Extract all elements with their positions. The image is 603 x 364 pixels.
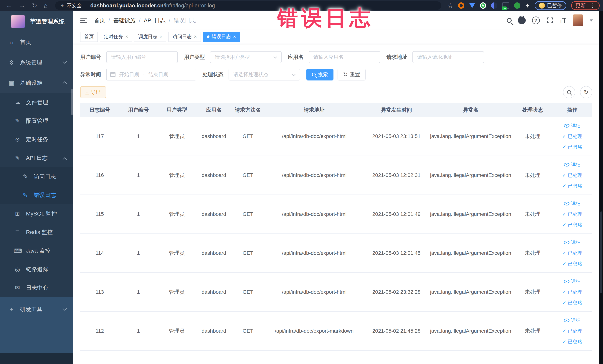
- extension-orange-icon[interactable]: [458, 2, 464, 9]
- extension-on-badge-icon[interactable]: [502, 2, 509, 9]
- app-name-label: 应用名: [288, 54, 303, 61]
- sidebar-item-Java 监控[interactable]: ⌨Java 监控: [0, 241, 73, 260]
- fullscreen-icon[interactable]: [546, 17, 554, 24]
- cell-url: /api/infra/db-doc/export-html: [264, 117, 364, 156]
- hamburger-icon[interactable]: [80, 18, 87, 23]
- sidebar-scrollbar[interactable]: [71, 89, 73, 115]
- extension-green-v-icon[interactable]: V: [480, 2, 486, 9]
- github-icon[interactable]: [518, 16, 526, 24]
- action-detail-link[interactable]: 详细: [564, 239, 580, 246]
- cell-exception: java.lang.IllegalArgumentException: [428, 117, 513, 156]
- browser-reload-icon[interactable]: ↻: [32, 2, 37, 9]
- paused-chip[interactable]: 已暂停: [534, 1, 566, 10]
- breadcrumb-item[interactable]: API 日志: [144, 17, 165, 24]
- sidebar-item-定时任务[interactable]: ⊙定时任务: [0, 130, 73, 149]
- action-detail-link[interactable]: 详细: [564, 317, 580, 324]
- action-processed-link[interactable]: ✓已处理: [562, 172, 582, 178]
- close-icon[interactable]: ×: [125, 34, 128, 39]
- cell-id: 116: [80, 156, 119, 195]
- search-button[interactable]: 搜索: [306, 69, 334, 81]
- action-detail-link[interactable]: 详细: [564, 278, 580, 285]
- cell-exception: java.lang.IllegalArgumentException: [428, 273, 513, 312]
- cell-actions: 详细✓已处理✓已忽略: [552, 117, 592, 156]
- tab-定时任务[interactable]: 定时任务×: [100, 32, 132, 42]
- cell-time: 2021-05-02 21:45:28: [364, 312, 428, 351]
- sidebar-item-MySQL 监控[interactable]: ⊞MySQL 监控: [0, 204, 73, 223]
- close-icon[interactable]: ×: [194, 34, 197, 39]
- action-ignored-link[interactable]: ✓已忽略: [562, 222, 582, 228]
- page-scrollbar[interactable]: [599, 11, 603, 364]
- user-id-input[interactable]: [106, 51, 178, 63]
- sidebar-item-日志中心[interactable]: ✉日志中心: [0, 279, 73, 297]
- tab-错误日志[interactable]: 错误日志×: [203, 32, 240, 42]
- sidebar-item-系统管理[interactable]: ⚙系统管理: [0, 52, 73, 73]
- app-logo[interactable]: 芋道管理系统: [0, 11, 73, 32]
- close-icon[interactable]: ×: [233, 34, 236, 39]
- action-ignored-link[interactable]: ✓已忽略: [562, 183, 582, 189]
- sidebar-item-基础设施[interactable]: ▣基础设施: [0, 73, 73, 93]
- extensions-puzzle-icon[interactable]: ✦: [525, 2, 530, 9]
- sidebar-item-文件管理[interactable]: ☁文件管理: [0, 93, 73, 112]
- refresh-table-button[interactable]: ↻: [580, 86, 592, 98]
- user-type-select[interactable]: 请选择用户类型: [210, 51, 282, 63]
- process-status-select[interactable]: 请选择处理状态: [229, 69, 300, 81]
- action-ignored-link[interactable]: ✓已忽略: [562, 299, 582, 306]
- action-ignored-link[interactable]: ✓已忽略: [562, 144, 582, 150]
- action-processed-link[interactable]: ✓已处理: [562, 250, 582, 257]
- extension-blue-drop-icon[interactable]: [469, 3, 475, 8]
- action-detail-link[interactable]: 详细: [564, 123, 580, 129]
- sidebar-item-链路追踪[interactable]: ◎链路追踪: [0, 260, 73, 279]
- action-links: 详细✓已处理✓已忽略: [554, 162, 591, 189]
- exception-time-range-picker[interactable]: 开始日期 - 结束日期: [106, 69, 196, 81]
- breadcrumb-item[interactable]: 基础设施: [113, 17, 136, 24]
- sidebar-item-配置管理[interactable]: ✎配置管理: [0, 112, 73, 130]
- action-processed-link[interactable]: ✓已处理: [562, 328, 582, 334]
- chevron-down-icon: [273, 55, 277, 59]
- chevron-down-icon[interactable]: [590, 20, 593, 22]
- font-size-icon[interactable]: TT: [560, 16, 566, 24]
- toggle-search-button[interactable]: [563, 86, 575, 98]
- help-icon[interactable]: ?: [532, 16, 540, 24]
- browser-forward-icon[interactable]: →: [19, 2, 25, 9]
- action-detail-link[interactable]: 详细: [564, 200, 580, 207]
- sidebar-item-错误日志[interactable]: ✎错误日志: [0, 186, 73, 204]
- extension-leaf-icon[interactable]: [514, 2, 520, 9]
- sidebar-item-首页[interactable]: ⌂首页: [0, 32, 73, 52]
- app-name-input[interactable]: [309, 51, 380, 63]
- request-url-input[interactable]: [412, 51, 484, 63]
- tab-首页[interactable]: 首页: [80, 32, 98, 42]
- action-label: 已处理: [568, 289, 582, 295]
- sidebar-item-Redis 监控[interactable]: ≣Redis 监控: [0, 223, 73, 241]
- browser-home-icon[interactable]: ⌂: [44, 2, 48, 9]
- extension-grid-icon[interactable]: [491, 2, 497, 9]
- cell-app: dashboard: [196, 156, 232, 195]
- reset-button[interactable]: ↻ 重置: [337, 69, 366, 81]
- sidebar-item-API 日志[interactable]: ✎API 日志: [0, 149, 73, 167]
- dev-tools-icon: ⌖: [8, 306, 15, 313]
- bookmark-star-icon[interactable]: ☆: [447, 2, 453, 9]
- action-processed-link[interactable]: ✓已处理: [562, 211, 582, 218]
- address-bar[interactable]: ⚠ 不安全 dashboard.yudao.iocoder.cn /infra/…: [55, 1, 441, 10]
- export-button[interactable]: ↓ 导出: [80, 86, 106, 98]
- action-ignored-link[interactable]: ✓已忽略: [562, 338, 582, 345]
- action-detail-link[interactable]: 详细: [564, 162, 580, 168]
- browser-back-icon[interactable]: ←: [6, 2, 12, 9]
- scrollbar-thumb[interactable]: [600, 211, 602, 293]
- update-chip[interactable]: 更新 ⋮: [571, 1, 600, 10]
- tab-访问日志[interactable]: 访问日志×: [169, 32, 201, 42]
- security-label[interactable]: 不安全: [67, 2, 82, 9]
- tab-调度日志[interactable]: 调度日志×: [134, 32, 166, 42]
- gear-icon: ⚙: [8, 59, 15, 66]
- user-type-label: 用户类型: [184, 54, 205, 61]
- action-processed-link[interactable]: ✓已处理: [562, 133, 582, 140]
- breadcrumb-item[interactable]: 首页: [94, 17, 105, 24]
- avatar[interactable]: [573, 14, 583, 26]
- browser-menu-icon[interactable]: ⋮: [590, 2, 595, 9]
- search-icon[interactable]: [507, 18, 512, 23]
- action-ignored-link[interactable]: ✓已忽略: [562, 260, 582, 267]
- close-icon[interactable]: ×: [160, 34, 162, 39]
- chevron-down-icon: [63, 59, 67, 64]
- sidebar-item-研发工具[interactable]: ⌖研发工具: [0, 299, 73, 320]
- action-processed-link[interactable]: ✓已处理: [562, 289, 582, 295]
- sidebar-item-访问日志[interactable]: ✎访问日志: [0, 167, 73, 186]
